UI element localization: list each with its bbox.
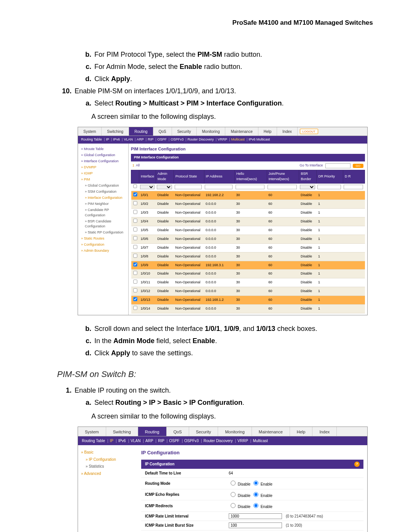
page-header: ProSafe M4100 and M7100 Managed Switches [57,19,373,27]
tab2-qos[interactable]: QoS [167,427,189,436]
all-label[interactable]: All [136,163,140,168]
sidenav2-basic[interactable]: » Basic [81,449,134,455]
sidenav2-statistics[interactable]: » Statistics [81,463,134,470]
sb-step-1a-after: A screen similar to the following displa… [91,411,373,422]
table-row: 1/0/5DisableNon-Operational0.0.0.03060Di… [131,226,365,235]
subtab-ipv6[interactable]: IPv6 [113,137,120,141]
sidenav2-ip-configuration[interactable]: » IP Configuration [81,457,134,463]
row-checkbox[interactable] [133,306,137,310]
subtab2-ipv6[interactable]: IPv6 [118,439,126,443]
subtab-rip[interactable]: RIP [148,137,153,141]
subtab2-vlan[interactable]: VLAN [131,439,140,443]
tab-switching[interactable]: Switching [102,127,129,136]
sidenav-global-configuration[interactable]: » Global Configuration [81,183,126,189]
row-checkbox[interactable] [133,297,137,301]
subtab-routing-table[interactable]: Routing Table [81,137,102,141]
sidenav-dvmrp[interactable]: » DVMRP [81,165,126,170]
sidenav-igmp[interactable]: » IGMP [81,171,126,176]
subtab-vlan[interactable]: VLAN [124,137,133,141]
sidenav-static-routes[interactable]: » Static Routes [81,236,126,241]
tab-monitoring[interactable]: Monitoring [197,127,226,136]
input-icmp-rate-limit-interval[interactable] [229,513,282,519]
sb-step-1-num: 1. [57,385,75,396]
step-10: Enable PIM-SM on interfaces 1/0/1,1/0/9,… [75,86,373,97]
step-10d: Click Apply to save the settings. [94,348,373,359]
tab2-switching[interactable]: Switching [106,427,138,436]
sidenav2-advanced[interactable]: » Advanced [81,471,134,477]
sidenav-ssm-configuration[interactable]: » SSM Configuration [81,189,126,195]
row-checkbox[interactable] [133,219,137,222]
tab2-index[interactable]: Index [312,427,337,436]
select-all-checkbox[interactable] [132,184,137,188]
radio-disable[interactable] [231,481,236,486]
radio-enable[interactable] [253,481,258,486]
row-checkbox[interactable] [133,227,137,231]
tab-qos[interactable]: QoS [153,127,172,136]
subtab-ipv6-multicast[interactable]: IPv6 Multicast [249,137,270,141]
subtab2-vrrp[interactable]: VRRP [237,439,248,443]
sidenav-static-rp-configuration[interactable]: » Static RP Configuration [81,230,126,235]
logout-button[interactable]: LOGOUT [300,129,318,134]
subtab-router-discovery[interactable]: Router Discovery [188,137,214,141]
radio-disable[interactable] [231,503,236,508]
ipcfg-title: IP Configuration [141,449,363,457]
row-checkbox[interactable] [133,245,137,249]
row-checkbox[interactable] [133,236,137,240]
subtab2-rip[interactable]: RIP [158,439,164,443]
row-checkbox[interactable] [133,289,137,292]
row-checkbox[interactable] [133,271,137,275]
tab-system[interactable]: System [78,127,102,136]
tab-routing[interactable]: Routing [129,127,153,136]
sidenav-configuration[interactable]: » Configuration [81,242,126,248]
tab-help[interactable]: Help [258,127,277,136]
step-9d-num: d. [80,74,94,85]
row-checkbox[interactable] [133,192,137,196]
subtab-arp[interactable]: ARP [137,137,144,141]
sidenav-interface-configuration[interactable]: » Interface Configuration [81,159,126,164]
sidenav-candidate-rp-configuration[interactable]: » Candidate RP Configuration [81,208,126,218]
sidenav-mroute-table[interactable]: » Mroute Table [81,147,126,152]
row-checkbox[interactable] [133,201,137,205]
tab-security[interactable]: Security [172,127,197,136]
subtab-vrrp[interactable]: VRRP [218,137,227,141]
tab2-monitoring[interactable]: Monitoring [218,427,252,436]
tab2-security[interactable]: Security [189,427,218,436]
subtab-multicast[interactable]: Multicast [231,137,245,141]
tab2-system[interactable]: System [78,427,106,436]
tab2-routing[interactable]: Routing [138,427,167,436]
tab2-maintenance[interactable]: Maintenance [252,427,290,436]
sidenav-admin-boundary[interactable]: » Admin Boundary [81,248,126,254]
radio-disable[interactable] [231,492,236,497]
radio-enable[interactable] [253,503,258,508]
subtab2-arp[interactable]: ARP [145,439,153,443]
row-checkbox[interactable] [133,210,137,214]
sidenav-bsr-candidate-configuration[interactable]: » BSR Candidate Configuration [81,219,126,230]
subtab2-routing-table[interactable]: Routing Table [82,439,105,443]
radio-enable[interactable] [253,492,258,497]
table-row: 1/0/6DisableNon-Operational0.0.0.03060Di… [131,235,365,243]
subtab-ip[interactable]: IP [106,137,109,141]
subtab2-ospf[interactable]: OSPF [169,439,179,443]
sidenav-pim[interactable]: » PIM [81,177,126,182]
row-checkbox[interactable] [133,262,137,266]
subtab2-multicast[interactable]: Multicast [253,439,268,443]
subtab-ospf[interactable]: OSPF [158,137,167,141]
help-icon[interactable]: ? [354,462,360,467]
subtab2-ospfv3[interactable]: OSPFv3 [184,439,199,443]
tab2-help[interactable]: Help [290,427,313,436]
go-button[interactable]: GO [353,164,363,168]
goto-input[interactable] [325,163,350,168]
input-icmp-rate-limit-burst-size[interactable] [229,522,282,528]
sidenav-global-configuration[interactable]: » Global Configuration [81,153,126,158]
subtab2-ip[interactable]: IP [110,439,113,443]
sidenav-pim-neighbor[interactable]: » PIM Neighbor [81,201,126,207]
subtab-ospfv3[interactable]: OSPFv3 [170,137,183,141]
sidenav-interface-configuration[interactable]: » Interface Configuration [81,195,126,201]
section-pimsm-switch-b: PIM-SM on Switch B: [57,368,373,381]
row-checkbox[interactable] [133,254,137,257]
row-checkbox[interactable] [133,280,137,284]
tab-maintenance[interactable]: Maintenance [225,127,258,136]
subtab2-router-discovery[interactable]: Router Discovery [204,439,233,443]
tab-index[interactable]: Index [277,127,297,136]
step-10-num: 10. [57,86,75,97]
